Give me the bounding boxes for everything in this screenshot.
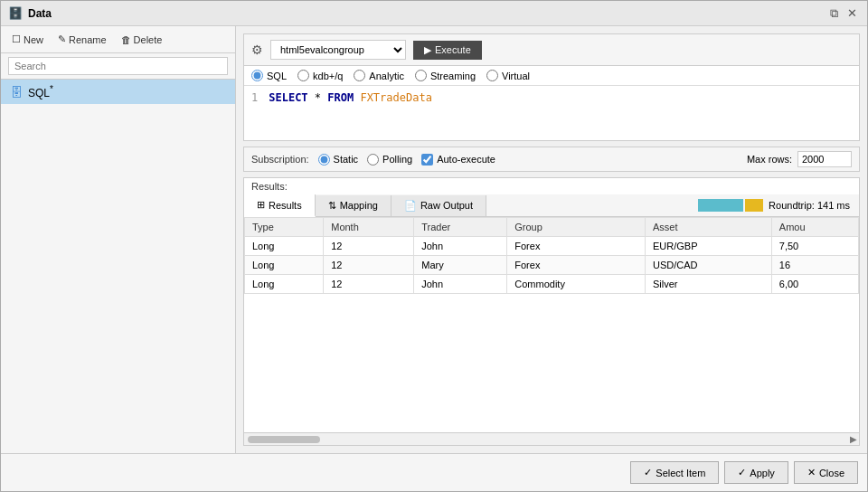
type-sql[interactable]: SQL <box>251 70 287 81</box>
scroll-right-arrow[interactable]: ▶ <box>850 434 857 444</box>
table-icon: ⊞ <box>257 199 265 211</box>
rt-yellow-bar <box>745 199 763 212</box>
apply-label: Apply <box>750 468 775 478</box>
filter-icon: ⇅ <box>328 200 336 212</box>
results-label: Results: <box>244 178 859 194</box>
line-numbers: 1 <box>251 91 258 135</box>
query-editor: 1 SELECT * FROM FXTradeData <box>244 86 859 140</box>
roundtrip-label: Roundtrip: 141 ms <box>769 200 850 211</box>
col-trader: Trader <box>414 218 507 237</box>
code-content[interactable]: SELECT * FROM FXTradeData <box>269 91 852 135</box>
max-rows-label: Max rows: <box>747 154 792 165</box>
auto-execute-label[interactable]: Auto-execute <box>421 154 495 166</box>
execute-button[interactable]: ▶ Execute <box>413 41 482 60</box>
sql-keyword-from: FROM <box>327 91 354 104</box>
col-amount: Amou <box>771 218 858 237</box>
new-label: New <box>24 34 43 45</box>
data-table-wrapper[interactable]: Type Month Trader Group Asset Amou Long1… <box>244 217 859 432</box>
rename-icon: ✎ <box>58 33 66 45</box>
sql-icon: 🗄 <box>10 85 23 99</box>
table-row: Long12JohnCommoditySilver6,00 <box>245 275 859 294</box>
close-label: Close <box>819 468 844 478</box>
sidebar-item-label: SQL* <box>28 84 53 99</box>
type-streaming[interactable]: Streaming <box>415 70 476 81</box>
main-window: 🗄️ Data ⧉ ✕ ☐ New ✎ Rename 🗑 Delete <box>0 0 868 492</box>
settings-icon[interactable]: ⚙ <box>251 43 263 57</box>
results-section: Results: ⊞ Results ⇅ Mapping 📄 Raw Outpu… <box>243 177 860 446</box>
col-asset: Asset <box>645 218 771 237</box>
h-scroll-thumb[interactable] <box>248 436 320 443</box>
mode-polling[interactable]: Polling <box>367 154 412 166</box>
connection-select[interactable]: html5evalcongroup <box>270 40 406 60</box>
sidebar-search-container <box>1 53 235 80</box>
col-group: Group <box>507 218 646 237</box>
col-month: Month <box>324 218 414 237</box>
tab-mapping-label: Mapping <box>340 200 378 211</box>
select-item-label: Select Item <box>656 468 705 478</box>
roundtrip-colors <box>698 199 763 212</box>
title-bar-buttons: ⧉ ✕ <box>827 6 860 21</box>
play-icon: ▶ <box>424 44 431 56</box>
results-tabs: ⊞ Results ⇅ Mapping 📄 Raw Output <box>244 194 859 217</box>
table-row: Long12JohnForexEUR/GBP7,50 <box>245 237 859 256</box>
query-type-bar: SQL kdb+/q Analytic Streaming Virtual <box>244 66 859 86</box>
sidebar-toolbar: ☐ New ✎ Rename 🗑 Delete <box>1 26 235 53</box>
rename-button[interactable]: ✎ Rename <box>54 32 110 47</box>
table-row: Long12MaryForexUSD/CAD16 <box>245 256 859 275</box>
sql-keyword-select: SELECT <box>269 91 307 104</box>
tab-mapping[interactable]: ⇅ Mapping <box>316 195 392 216</box>
sidebar-item-sql[interactable]: 🗄 SQL* <box>1 80 235 104</box>
type-virtual[interactable]: Virtual <box>486 70 530 81</box>
max-rows-input[interactable] <box>797 151 852 167</box>
subscription-label: Subscription: <box>251 154 309 165</box>
window-icon: 🗄️ <box>8 6 23 20</box>
tab-results[interactable]: ⊞ Results <box>244 194 316 217</box>
select-item-button[interactable]: ✓ Select Item <box>630 461 719 484</box>
file-icon: 📄 <box>404 200 417 212</box>
apply-icon: ✓ <box>738 467 746 478</box>
type-analytic[interactable]: Analytic <box>354 70 404 81</box>
type-kdb[interactable]: kdb+/q <box>297 70 343 81</box>
check-icon: ✓ <box>644 467 652 478</box>
footer: ✓ Select Item ✓ Apply ✕ Close <box>1 453 867 491</box>
delete-label: Delete <box>134 34 163 45</box>
execute-label: Execute <box>435 44 471 55</box>
title-bar: 🗄️ Data ⧉ ✕ <box>1 1 867 26</box>
tab-raw-output-label: Raw Output <box>420 200 473 211</box>
query-toolbar: ⚙ html5evalcongroup ▶ Execute <box>244 34 859 66</box>
window-title: Data <box>28 7 52 20</box>
delete-icon: 🗑 <box>121 34 131 45</box>
close-button[interactable]: ✕ <box>844 6 860 21</box>
sidebar-items: 🗄 SQL* <box>1 80 235 453</box>
query-section: ⚙ html5evalcongroup ▶ Execute SQL kdb+/q <box>243 33 860 141</box>
mode-static[interactable]: Static <box>318 154 359 166</box>
close-button-footer[interactable]: ✕ Close <box>794 461 858 484</box>
table-header-row: Type Month Trader Group Asset Amou <box>245 218 859 237</box>
close-icon: ✕ <box>807 467 816 478</box>
delete-button[interactable]: 🗑 Delete <box>118 33 166 47</box>
subscription-bar: Subscription: Static Polling Auto-execut… <box>243 147 860 172</box>
max-rows-group: Max rows: <box>747 151 852 167</box>
sidebar: ☐ New ✎ Rename 🗑 Delete 🗄 SQL* <box>1 26 236 453</box>
sql-star: * <box>315 91 327 104</box>
main-content: ☐ New ✎ Rename 🗑 Delete 🗄 SQL* <box>1 26 867 453</box>
tab-raw-output[interactable]: 📄 Raw Output <box>392 195 486 216</box>
data-table: Type Month Trader Group Asset Amou Long1… <box>244 217 859 294</box>
sql-table: FXTradeData <box>360 91 431 104</box>
search-input[interactable] <box>8 57 228 75</box>
col-type: Type <box>245 218 324 237</box>
right-panel: ⚙ html5evalcongroup ▶ Execute SQL kdb+/q <box>236 26 867 453</box>
restore-button[interactable]: ⧉ <box>827 6 841 21</box>
new-button[interactable]: ☐ New <box>8 32 47 47</box>
title-bar-left: 🗄️ Data <box>8 6 52 20</box>
new-icon: ☐ <box>12 33 21 45</box>
rt-teal-bar <box>698 199 743 212</box>
apply-button[interactable]: ✓ Apply <box>724 461 788 484</box>
tab-results-label: Results <box>269 200 302 211</box>
horizontal-scrollbar[interactable]: ▶ <box>244 432 859 445</box>
auto-execute-text: Auto-execute <box>437 154 495 165</box>
roundtrip-bar: Roundtrip: 141 ms <box>689 199 859 212</box>
rename-label: Rename <box>69 34 107 45</box>
